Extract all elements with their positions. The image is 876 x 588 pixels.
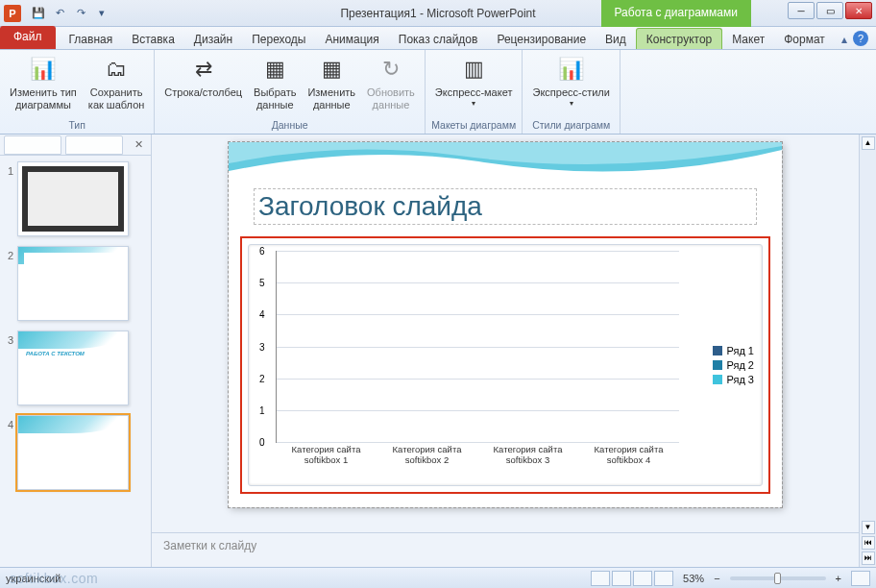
tab-chart-format[interactable]: Формат xyxy=(774,29,835,49)
normal-view-button[interactable] xyxy=(591,571,610,586)
statusbar: украинский 53% − + xyxy=(0,567,876,588)
save-icon[interactable]: 💾 xyxy=(29,4,48,23)
group-styles: 📊Экспресс-стили▾ Стили диаграмм xyxy=(523,50,620,134)
watermark: softikbox.com xyxy=(10,571,98,586)
excel-icon: ▦ xyxy=(316,54,347,85)
zoom-slider[interactable] xyxy=(730,576,826,580)
notes-pane[interactable]: Заметки к слайду xyxy=(152,532,859,567)
minimize-ribbon-icon[interactable]: ▴ xyxy=(841,33,847,46)
slide-title-placeholder[interactable]: Заголовок слайда xyxy=(254,188,757,225)
ribbon: 📊Изменить тип диаграммы 🗂Сохранить как ш… xyxy=(0,50,876,135)
undo-icon[interactable]: ↶ xyxy=(50,4,69,23)
group-data: ⇄Строка/столбец ▦Выбрать данные ▦Изменит… xyxy=(155,50,426,134)
qat-customize-icon[interactable]: ▾ xyxy=(92,4,111,23)
group-label-layouts: Макеты диаграмм xyxy=(431,119,516,132)
tab-design[interactable]: Дизайн xyxy=(184,29,242,49)
edit-data-button[interactable]: ▦Изменить данные xyxy=(304,52,359,113)
slide-thumbnail-panel: ✕ 1 2 3РАБОТА С ТЕКСТОМ 4 xyxy=(0,135,152,567)
group-label-styles: Стили диаграмм xyxy=(532,119,610,132)
slide-thumbnail[interactable]: РАБОТА С ТЕКСТОМ xyxy=(17,331,129,405)
outline-tab[interactable] xyxy=(65,135,123,155)
chart-tools-context-tab: Работа с диаграммами xyxy=(601,0,752,27)
tab-home[interactable]: Главная xyxy=(60,29,123,49)
select-data-button[interactable]: ▦Выбрать данные xyxy=(250,52,300,113)
template-icon: 🗂 xyxy=(101,54,132,85)
sorter-view-button[interactable] xyxy=(612,571,631,586)
group-type: 📊Изменить тип диаграммы 🗂Сохранить как ш… xyxy=(0,50,155,134)
styles-gallery-icon: 📊 xyxy=(556,54,587,85)
close-button[interactable]: ✕ xyxy=(845,2,872,19)
app-icon: P xyxy=(4,5,21,22)
quick-layout-button[interactable]: ▥Экспресс-макет▾ xyxy=(431,52,517,110)
tab-chart-design[interactable]: Конструктор xyxy=(636,28,722,49)
change-chart-type-button[interactable]: 📊Изменить тип диаграммы xyxy=(6,52,81,113)
save-as-template-button[interactable]: 🗂Сохранить как шаблон xyxy=(85,52,149,113)
vertical-scrollbar[interactable]: ▲ ▼ ⏮ ⏭ xyxy=(859,135,876,567)
tab-slideshow[interactable]: Показ слайдов xyxy=(389,29,488,49)
slide-canvas-area: Заголовок слайда 0123456 Категория сайта… xyxy=(152,135,859,567)
minimize-button[interactable]: ─ xyxy=(788,2,815,19)
zoom-out-icon[interactable]: − xyxy=(714,573,719,584)
dropdown-icon: ▾ xyxy=(472,99,475,109)
tab-view[interactable]: Вид xyxy=(596,29,636,49)
switch-row-col-button[interactable]: ⇄Строка/столбец xyxy=(160,52,246,113)
fit-to-window-button[interactable] xyxy=(851,571,870,586)
chart-legend: Ряд 1Ряд 2Ряд 3 xyxy=(713,342,754,388)
zoom-level[interactable]: 53% xyxy=(683,573,704,584)
reading-view-button[interactable] xyxy=(633,571,652,586)
ribbon-tabs: Файл Главная Вставка Дизайн Переходы Ани… xyxy=(0,27,876,50)
swap-icon: ⇄ xyxy=(188,54,219,85)
group-label-data: Данные xyxy=(272,119,308,132)
scroll-up-icon[interactable]: ▲ xyxy=(862,136,875,150)
slide[interactable]: Заголовок слайда 0123456 Категория сайта… xyxy=(229,142,782,507)
help-icon[interactable]: ? xyxy=(853,31,868,46)
window-title: Презентация1 - Microsoft PowerPoint xyxy=(340,7,535,20)
tab-animation[interactable]: Анимация xyxy=(315,29,388,49)
refresh-data-button[interactable]: ↻Обновить данные xyxy=(363,52,419,113)
maximize-button[interactable]: ▭ xyxy=(816,2,843,19)
slides-tab[interactable] xyxy=(4,135,61,155)
dropdown-icon: ▾ xyxy=(570,99,573,109)
tab-chart-layout[interactable]: Макет xyxy=(722,29,774,49)
chart-x-labels: Категория сайта softikbox 1Категория сай… xyxy=(276,443,679,483)
slide-decor-wave xyxy=(229,142,782,186)
zoom-in-icon[interactable]: + xyxy=(836,573,841,584)
file-tab[interactable]: Файл xyxy=(0,26,56,49)
tab-insert[interactable]: Вставка xyxy=(122,29,184,49)
thumb-number: 2 xyxy=(4,246,17,321)
slide-thumbnail[interactable] xyxy=(17,161,129,236)
chart-selection-frame[interactable]: 0123456 Категория сайта softikbox 1Катег… xyxy=(240,236,770,494)
refresh-icon: ↻ xyxy=(376,54,406,85)
redo-icon[interactable]: ↷ xyxy=(71,4,90,23)
view-buttons xyxy=(591,571,673,586)
table-icon: ▦ xyxy=(259,54,290,85)
group-layouts: ▥Экспресс-макет▾ Макеты диаграмм xyxy=(426,50,523,134)
slideshow-view-button[interactable] xyxy=(654,571,673,586)
scroll-down-icon[interactable]: ▼ xyxy=(862,521,875,534)
quick-access-toolbar: 💾 ↶ ↷ ▾ xyxy=(29,4,111,23)
tab-review[interactable]: Рецензирование xyxy=(487,29,596,49)
prev-slide-icon[interactable]: ⏮ xyxy=(862,536,875,550)
thumbnail-panel-tabs: ✕ xyxy=(0,135,151,156)
workspace: ✕ 1 2 3РАБОТА С ТЕКСТОМ 4 Заголовок слай… xyxy=(0,135,876,567)
thumb-number: 1 xyxy=(4,161,17,236)
close-panel-icon[interactable]: ✕ xyxy=(132,138,145,152)
slide-thumbnail-selected[interactable] xyxy=(17,415,129,490)
next-slide-icon[interactable]: ⏭ xyxy=(862,551,875,565)
quick-styles-button[interactable]: 📊Экспресс-стили▾ xyxy=(528,52,613,110)
thumb-number: 3 xyxy=(4,331,17,405)
bar-chart-icon: 📊 xyxy=(28,54,59,85)
layout-gallery-icon: ▥ xyxy=(458,54,489,85)
thumb-number: 4 xyxy=(4,415,17,490)
chart-plot-area: 0123456 xyxy=(276,251,679,443)
thumbnails-list: 1 2 3РАБОТА С ТЕКСТОМ 4 xyxy=(0,156,151,505)
titlebar: P 💾 ↶ ↷ ▾ Презентация1 - Microsoft Power… xyxy=(0,0,876,27)
tab-transitions[interactable]: Переходы xyxy=(242,29,315,49)
group-label-type: Тип xyxy=(68,119,85,132)
chart-object[interactable]: 0123456 Категория сайта softikbox 1Катег… xyxy=(248,244,763,486)
slide-thumbnail[interactable] xyxy=(17,246,129,321)
